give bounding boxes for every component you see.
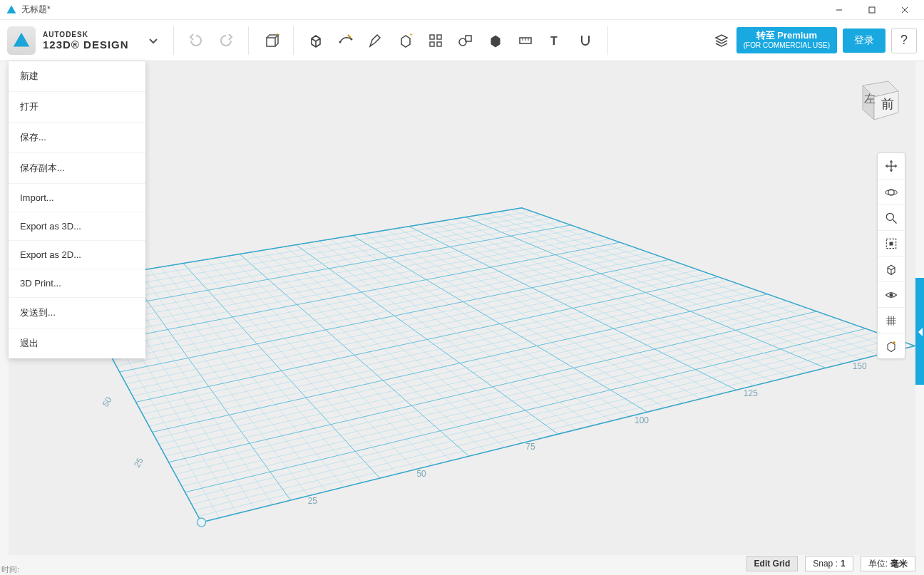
view-cube[interactable]: 左 前 — [848, 70, 904, 125]
close-button[interactable] — [888, 0, 921, 20]
menu-item-savecopy[interactable]: 保存副本... — [9, 153, 145, 184]
svg-point-123 — [890, 293, 893, 296]
separator — [293, 26, 294, 55]
materials-button[interactable] — [707, 26, 736, 56]
titlebar: 无标题* — [0, 0, 924, 20]
snap-toggle-button[interactable] — [878, 333, 905, 358]
menu-item-new[interactable]: 新建 — [9, 61, 145, 92]
svg-line-97 — [77, 214, 541, 294]
premium-line1: 转至 Premium — [744, 30, 830, 41]
minimize-button[interactable] — [823, 0, 856, 20]
navigation-bar — [877, 152, 905, 359]
pan-button[interactable] — [878, 153, 905, 179]
menu-item-export2d[interactable]: Export as 2D... — [9, 241, 145, 269]
grouping-button[interactable] — [451, 26, 481, 56]
svg-text:+: + — [276, 32, 279, 38]
window-controls — [823, 0, 921, 20]
chevron-down-icon — [148, 35, 159, 46]
combine-button[interactable] — [481, 26, 510, 56]
login-button[interactable]: 登录 — [843, 29, 885, 53]
array-icon — [427, 32, 444, 49]
svg-text:50: 50 — [101, 395, 114, 408]
brand-top: AUTODESK — [43, 31, 129, 38]
modify-button[interactable]: + — [391, 26, 421, 56]
zoom-icon — [884, 211, 898, 225]
app-icon — [6, 4, 17, 16]
cube-home-icon — [884, 262, 898, 276]
svg-text:25: 25 — [308, 496, 318, 506]
grid-icon — [884, 314, 898, 328]
orbit-button[interactable] — [878, 179, 905, 204]
svg-rect-11 — [430, 42, 434, 46]
app-menu-dropdown: 新建 打开 保存... 保存副本... Import... Export as … — [9, 61, 145, 358]
pattern-button[interactable] — [421, 26, 451, 56]
menu-item-exit[interactable]: 退出 — [9, 328, 145, 358]
svg-rect-12 — [437, 42, 441, 46]
construct-button[interactable] — [361, 26, 391, 56]
eye-icon — [884, 288, 898, 302]
svg-rect-9 — [430, 35, 434, 39]
snap-value: 1 — [841, 559, 846, 569]
primitives-button[interactable] — [301, 26, 331, 56]
home-view-button[interactable] — [878, 256, 905, 281]
svg-point-6 — [339, 41, 341, 43]
svg-line-96 — [488, 213, 861, 359]
fit-icon — [884, 237, 898, 251]
transform-primitives-button[interactable]: + — [256, 26, 286, 56]
svg-rect-122 — [890, 242, 893, 245]
primitive-icon: + — [262, 32, 279, 49]
undo-icon — [188, 32, 205, 49]
svg-text:150: 150 — [853, 361, 867, 371]
snap-button[interactable] — [570, 26, 600, 56]
svg-line-95 — [81, 218, 552, 300]
viewcube-left-label: 左 — [864, 93, 876, 105]
orbit-icon — [884, 185, 898, 200]
premium-button[interactable]: 转至 Premium (FOR COMMERCIAL USE) — [736, 27, 837, 53]
edit-grid-button[interactable]: Edit Grid — [746, 556, 799, 571]
redo-icon — [217, 32, 235, 49]
help-button[interactable]: ? — [891, 28, 917, 53]
svg-point-119 — [886, 213, 893, 220]
main-toolbar: AUTODESK 123D® DESIGN + + T 转至 Premium (… — [0, 20, 924, 61]
menu-item-save[interactable]: 保存... — [9, 123, 145, 153]
sketch-button[interactable] — [331, 26, 361, 56]
sketch-icon — [337, 32, 354, 49]
svg-point-7 — [350, 38, 352, 40]
text-icon: T — [547, 32, 564, 49]
brand-bottom: 123D® DESIGN — [43, 38, 129, 51]
menu-item-3dprint[interactable]: 3D Print... — [9, 269, 145, 298]
svg-point-118 — [885, 190, 898, 195]
separator — [607, 26, 608, 55]
units-label: 单位: — [868, 558, 888, 570]
svg-line-120 — [893, 219, 897, 223]
cube-icon — [307, 32, 324, 49]
maximize-button[interactable] — [856, 0, 888, 20]
text-button[interactable]: T — [540, 26, 570, 56]
svg-rect-1 — [869, 7, 875, 13]
svg-text:50: 50 — [416, 469, 426, 479]
separator — [248, 26, 249, 55]
fit-button[interactable] — [878, 230, 905, 256]
grid-toggle-button[interactable] — [878, 307, 905, 333]
svg-text:100: 100 — [635, 415, 649, 425]
svg-line-90 — [454, 219, 808, 372]
menu-item-export3d[interactable]: Export as 3D... — [9, 212, 145, 241]
svg-text:75: 75 — [525, 442, 535, 452]
redo-button — [211, 26, 241, 56]
svg-line-98 — [499, 212, 879, 355]
menu-item-sendto[interactable]: 发送到... — [9, 298, 145, 328]
side-panel-toggle[interactable] — [915, 278, 924, 385]
measure-button[interactable] — [510, 26, 540, 56]
units-box[interactable]: 单位: 毫米 — [861, 556, 915, 571]
visibility-button[interactable] — [878, 281, 905, 307]
svg-line-93 — [83, 222, 561, 306]
svg-rect-4 — [267, 38, 275, 46]
svg-line-91 — [87, 225, 571, 312]
zoom-button[interactable] — [878, 204, 905, 230]
snap-box[interactable]: Snap : 1 — [805, 556, 853, 571]
svg-point-124 — [893, 341, 895, 343]
app-menu-button[interactable] — [140, 20, 166, 61]
menu-item-import[interactable]: Import... — [9, 184, 145, 212]
svg-text:125: 125 — [744, 388, 758, 398]
menu-item-open[interactable]: 打开 — [9, 92, 145, 123]
